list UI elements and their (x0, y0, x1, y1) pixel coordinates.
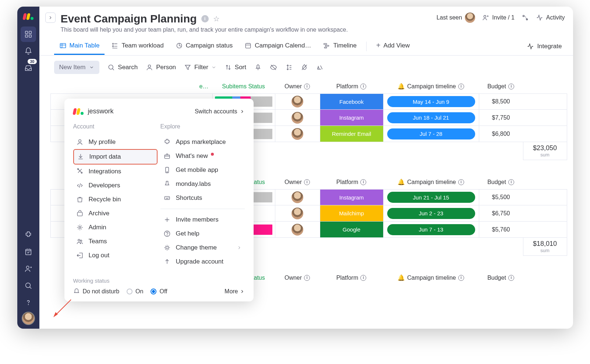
nav-search[interactable] (21, 278, 36, 293)
svg-rect-2 (25, 35, 27, 37)
search-button[interactable]: Search (107, 64, 138, 71)
svg-rect-1 (29, 31, 31, 33)
col-owner[interactable]: Owneri (275, 79, 320, 93)
budget-cell[interactable]: $5,500 (479, 190, 523, 205)
svg-point-26 (78, 239, 80, 241)
platform-cell[interactable]: Mailchimp (320, 205, 383, 221)
col-platform[interactable]: Platformi (320, 175, 383, 189)
more-toolbar-button[interactable] (316, 64, 324, 71)
col-timeline[interactable]: 🔔Campaign timelinei (383, 79, 479, 93)
menu-get-mobile-app[interactable]: Get mobile app (160, 163, 245, 177)
menu-archive[interactable]: Archive (73, 206, 158, 220)
platform-cell[interactable]: Reminder Email (320, 126, 383, 142)
menu-log-out[interactable]: Log out (73, 248, 158, 262)
svg-rect-15 (246, 43, 251, 48)
menu-developers[interactable]: Developers (73, 179, 158, 192)
svg-point-7 (28, 304, 28, 305)
platform-cell[interactable]: Instagram (320, 190, 383, 205)
tab-campaign-calendar[interactable]: Campaign Calend… (239, 38, 316, 55)
budget-cell[interactable]: $8,500 (479, 94, 523, 109)
new-item-button[interactable]: New Item (54, 61, 100, 74)
automations-button[interactable] (521, 14, 529, 22)
activity-button[interactable]: Activity (536, 14, 565, 21)
owner-cell[interactable] (275, 110, 320, 126)
menu-recycle-bin[interactable]: Recycle bin (73, 192, 158, 206)
platform-cell[interactable]: Google (320, 222, 383, 237)
timeline-cell[interactable]: Jun 18 - Jul 21 (383, 110, 479, 126)
tab-campaign-status[interactable]: Campaign status (170, 38, 238, 55)
profile-avatar-button[interactable] (22, 312, 35, 325)
nav-boards[interactable] (21, 26, 36, 42)
platform-cell[interactable]: Facebook (320, 94, 383, 109)
col-budget[interactable]: Budgeti (479, 271, 523, 285)
col-owner[interactable]: Owneri (275, 271, 320, 285)
timeline-cell[interactable]: Jul 7 - 28 (383, 126, 479, 142)
menu-upgrade-account[interactable]: Upgrade account (160, 255, 245, 269)
col-timeline[interactable]: 🔔Campaign timelinei (383, 271, 479, 285)
add-view-button[interactable]: +Add View (371, 38, 415, 55)
invite-button[interactable]: Invite / 1 (482, 14, 514, 21)
owner-cell[interactable] (275, 190, 320, 205)
menu-monday-labs[interactable]: monday.labs (160, 177, 245, 191)
last-seen-avatar-icon (465, 13, 475, 23)
menu-teams[interactable]: Teams (73, 234, 158, 248)
status-more-button[interactable]: More (225, 288, 244, 295)
owner-cell[interactable] (275, 222, 320, 237)
height-button[interactable] (285, 64, 293, 71)
menu-apps-marketplace[interactable]: Apps marketplace (160, 135, 245, 149)
budget-cell[interactable]: $7,750 (479, 110, 523, 126)
col-subitems[interactable]: Subitems Status (212, 79, 275, 93)
timeline-cell[interactable]: Jun 2 - 23 (383, 205, 479, 221)
filter-button[interactable]: Filter (184, 64, 216, 71)
dnd-button[interactable]: Do not disturb (73, 288, 120, 295)
tab-main-table[interactable]: Main Table (54, 38, 105, 55)
switch-accounts-button[interactable]: Switch accounts (195, 108, 245, 115)
timeline-cell[interactable]: May 14 - Jun 9 (383, 94, 479, 109)
nav-my-work[interactable] (21, 244, 36, 259)
tab-team-workload[interactable]: Team workload (106, 38, 169, 55)
col-owner[interactable]: Owneri (275, 175, 320, 189)
menu-what-s-new[interactable]: What's new (160, 149, 245, 163)
nav-notifications[interactable] (21, 43, 36, 59)
col-budget[interactable]: Budgeti (479, 79, 523, 93)
owner-cell[interactable] (275, 126, 320, 142)
owner-cell[interactable] (275, 94, 320, 109)
collapse-sidebar-button[interactable] (45, 13, 56, 23)
owner-cell[interactable] (275, 205, 320, 221)
menu-admin[interactable]: Admin (73, 220, 158, 234)
nav-inbox[interactable]: 30 (21, 60, 36, 76)
platform-cell[interactable]: Instagram (320, 110, 383, 126)
pin-button[interactable] (254, 64, 262, 71)
hide-button[interactable] (270, 64, 277, 71)
integrate-button[interactable]: Integrate (522, 39, 567, 54)
person-filter-button[interactable]: Person (146, 64, 176, 71)
status-off-radio[interactable]: Off (151, 288, 167, 295)
favorite-star-icon[interactable]: ☆ (213, 14, 220, 23)
budget-cell[interactable]: $6,750 (479, 205, 523, 221)
col-budget[interactable]: Budgeti (479, 175, 523, 189)
menu-shortcuts[interactable]: Shortcuts (160, 191, 245, 205)
status-on-radio[interactable]: On (127, 288, 143, 295)
budget-cell[interactable]: $5,760 (479, 222, 523, 237)
last-seen[interactable]: Last seen (437, 13, 475, 23)
budget-cell[interactable]: $6,800 (479, 126, 523, 142)
menu-import-data[interactable]: Import data (73, 149, 158, 165)
col-platform[interactable]: Platformi (320, 79, 383, 93)
timeline-cell[interactable]: Jun 7 - 13 (383, 222, 479, 237)
color-button[interactable] (301, 64, 308, 71)
svg-rect-24 (77, 212, 82, 216)
timeline-cell[interactable]: Jun 21 - Jul 15 (383, 190, 479, 205)
nav-help[interactable] (21, 295, 36, 310)
sort-button[interactable]: Sort (225, 64, 246, 71)
nav-apps[interactable] (21, 227, 36, 243)
col-timeline[interactable]: 🔔Campaign timelinei (383, 175, 479, 189)
nav-invite[interactable] (21, 261, 36, 276)
tab-timeline[interactable]: Timeline (318, 38, 362, 55)
menu-invite-members[interactable]: Invite members (160, 213, 245, 227)
board-info-icon[interactable]: i (201, 15, 209, 22)
menu-my-profile[interactable]: My profile (73, 135, 158, 149)
menu-change-theme[interactable]: Change theme (160, 241, 245, 255)
menu-get-help[interactable]: Get help (160, 227, 245, 241)
col-platform[interactable]: Platformi (320, 271, 383, 285)
menu-integrations[interactable]: Integrations (73, 165, 158, 179)
